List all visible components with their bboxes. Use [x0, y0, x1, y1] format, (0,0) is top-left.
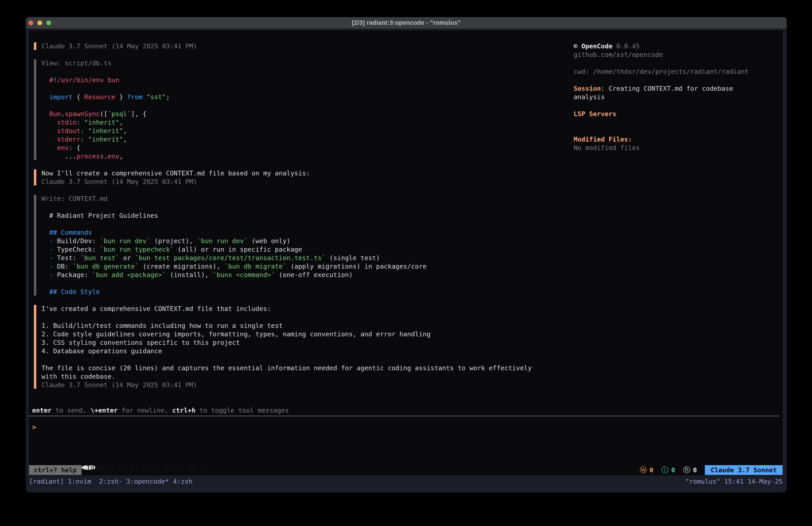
chat-text-line: with this codebase.	[41, 372, 532, 381]
opencode-app: Claude 3.7 Sonnet (14 May 2025 03:41 PM)…	[29, 30, 783, 475]
chat-history: Claude 3.7 Sonnet (14 May 2025 03:41 PM)…	[34, 42, 532, 398]
chat-text-line: Write: CONTEXT.md	[41, 194, 532, 203]
traffic-lights	[29, 17, 51, 29]
chat-text-line: 4. Database operations guidance	[41, 347, 532, 355]
sidebar-text-line	[574, 76, 781, 84]
terminal-body: Claude 3.7 Sonnet (14 May 2025 03:41 PM)…	[26, 29, 787, 492]
chat-text-line: - TypeCheck: `bun run typecheck` (all) o…	[41, 245, 532, 254]
chat-text-line: stdin: "inherit",	[41, 118, 532, 127]
model-badge[interactable]: Claude 3.7 Sonnet	[705, 465, 783, 475]
chat-text-line	[41, 203, 532, 211]
chat-text-line	[41, 355, 532, 364]
chat-text-line: 1. Build/lint/test commands including ho…	[41, 322, 532, 330]
chat-text-line: #!/usr/bin/env bun	[41, 76, 532, 84]
prompt-caret: >	[32, 423, 36, 431]
sidebar-text-line: No modified files	[574, 144, 781, 152]
chat-text-line	[41, 101, 532, 110]
assistant-message-block: I've created a comprehensive CONTEXT.md …	[34, 304, 532, 389]
sidebar-text-line: github.com/sst/opencode	[574, 51, 781, 59]
chat-text-line: Claude 3.7 Sonnet (14 May 2025 03:41 PM)	[41, 42, 532, 51]
chat-text-line: - Package: `bun add <package>` (install)…	[41, 271, 532, 279]
window-titlebar: [2/3] radiant:3:opencode - "romulus"	[26, 17, 787, 29]
sidebar-text-line: Modified Files:	[574, 135, 781, 144]
tool-call-block: View: script/db.ts #!/usr/bin/env bun im…	[34, 59, 532, 160]
tmux-window-list[interactable]: [radiant] 1:nvim 2:zsh- 3:opencode* 4:zs…	[29, 477, 192, 492]
chat-text-line: ...process.env,	[41, 152, 532, 160]
chat-text-line: Claude 3.7 Sonnet (14 May 2025 03:41 PM)	[41, 381, 532, 389]
chat-text-line: Claude 3.7 Sonnet (14 May 2025 03:41 PM)	[41, 177, 532, 186]
chat-text-line: 3. CSS styling conventions specific to t…	[41, 338, 532, 347]
block-accent-bar	[34, 59, 36, 160]
chat-text-line: - DB: `bun db generate` (create migratio…	[41, 262, 532, 271]
session-sidebar: © OpenCode 0.0.45github.com/sst/opencode…	[574, 42, 781, 152]
diagnostic-counter: ⓘ0	[661, 465, 675, 475]
diagnostic-icon: ⓘ	[661, 465, 668, 475]
sidebar-text-line: Session: Creating CONTEXT.md for codebas…	[574, 84, 781, 93]
chat-text-line: stdout: "inherit",	[41, 127, 532, 135]
sidebar-text-line	[574, 118, 781, 127]
tool-call-block: Write: CONTEXT.md # Radiant Project Guid…	[34, 194, 532, 296]
statusbar-badge: ctrl+? help	[29, 465, 82, 475]
assistant-message-block: Claude 3.7 Sonnet (14 May 2025 03:41 PM)	[34, 42, 532, 51]
chat-text-line: Now I'll create a comprehensive CONTEXT.…	[41, 169, 532, 177]
keybinding-hints: enter to send, \+enter for newline, ctrl…	[32, 406, 289, 415]
status-counters: ⓦ0ⓘ0ⓗ0	[640, 465, 697, 475]
chat-text-line	[41, 220, 532, 228]
block-accent-bar	[34, 42, 36, 50]
chat-text-line: I've created a comprehensive CONTEXT.md …	[41, 304, 532, 313]
chat-text-line: # Radiant Project Guidelines	[41, 211, 532, 220]
chat-text-line	[41, 279, 532, 287]
status-right: ⓦ0ⓘ0ⓗ0 Claude 3.7 Sonnet	[640, 465, 783, 475]
sidebar-text-line	[574, 59, 781, 67]
status-bar: ctrl+? helpTokens: 16.4K (8%), Cost: $0.…	[29, 465, 783, 475]
chat-text-line: ## Commands	[41, 228, 532, 237]
block-accent-bar	[34, 195, 36, 296]
assistant-message-block: Now I'll create a comprehensive CONTEXT.…	[34, 169, 532, 186]
tmux-session-info: "romulus" 15:41 14-May-25	[685, 477, 783, 492]
diagnostic-counter: ⓦ0	[640, 465, 653, 475]
block-accent-bar	[34, 169, 36, 185]
terminal-window: [2/3] radiant:3:opencode - "romulus" Cla…	[26, 17, 787, 492]
close-button[interactable]	[29, 20, 33, 25]
sidebar-text-line: cwd: /home/thdxr/dev/projects/radiant/ra…	[574, 67, 781, 76]
chat-text-line: import { Resource } from "sst";	[41, 93, 532, 101]
window-title: [2/3] radiant:3:opencode - "romulus"	[352, 19, 461, 26]
sidebar-text-line: analysis	[574, 93, 781, 101]
sidebar-text-line: © OpenCode 0.0.45	[574, 42, 781, 51]
chat-text-line: env: {	[41, 144, 532, 152]
sidebar-text-line	[574, 101, 781, 110]
input-divider	[29, 416, 780, 416]
diagnostic-icon: ⓗ	[683, 465, 690, 475]
fullscreen-button[interactable]	[46, 20, 51, 25]
prompt-input[interactable]: >	[32, 423, 36, 431]
chat-text-line: View: script/db.ts	[41, 59, 532, 67]
sidebar-text-line	[574, 127, 781, 135]
sidebar-text-line: LSP Servers	[574, 110, 781, 118]
statusbar-badge: Tokens: 16.4K (8%), Cost: $0.12	[82, 465, 96, 470]
block-accent-bar	[34, 305, 36, 389]
chat-text-line: Bun.spawnSync([`psql`], {	[41, 110, 532, 118]
chat-text-line	[41, 67, 532, 76]
minimize-button[interactable]	[38, 20, 42, 25]
chat-text-line: stderr: "inherit",	[41, 135, 532, 144]
chat-text-line: - Test: `bun test` or `bun test packages…	[41, 254, 532, 262]
chat-text-line: The file is concise (20 lines) and captu…	[41, 364, 532, 372]
chat-text-line	[41, 84, 532, 93]
chat-text-line: - Build/Dev: `bun run dev` (project), `b…	[41, 237, 532, 245]
chat-text-line: ## Code Style	[41, 287, 532, 296]
status-badges: ctrl+? helpTokens: 16.4K (8%), Cost: $0.…	[29, 465, 96, 475]
chat-text-line: 2. Code style guidelines covering import…	[41, 330, 532, 338]
diagnostic-icon: ⓦ	[640, 465, 647, 475]
tmux-status-bar: [radiant] 1:nvim 2:zsh- 3:opencode* 4:zs…	[26, 475, 787, 492]
chat-text-line	[41, 313, 532, 322]
diagnostic-counter: ⓗ0	[683, 465, 697, 475]
